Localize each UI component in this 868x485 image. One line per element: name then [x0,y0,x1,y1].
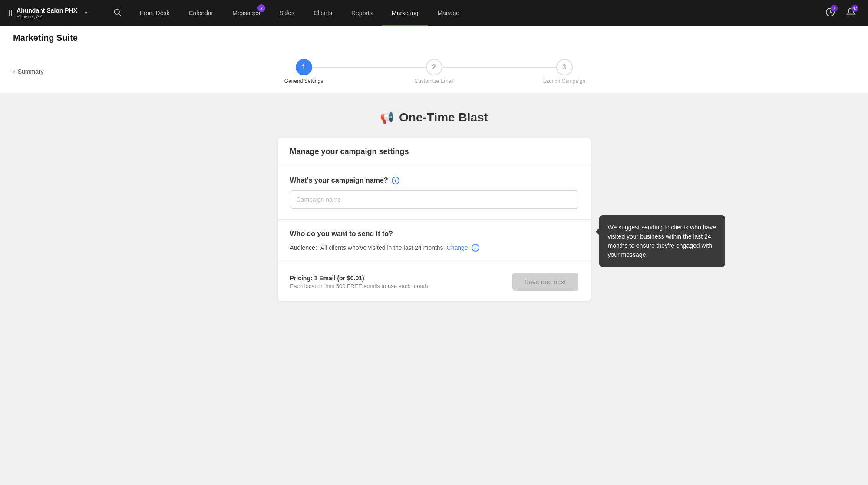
search-icon[interactable] [104,8,130,19]
step-1-circle: 1 [296,59,312,75]
back-chevron-icon: ‹ [13,68,15,75]
nav-right-icons: 7 47 [822,4,859,23]
nav-item-marketing[interactable]: Marketing [382,0,428,26]
step-3: 3 Launch Campaign [499,59,630,84]
pricing-section: Pricing: 1 Email (or $0.01) Each locatio… [278,262,591,301]
audience-info-icon[interactable]: i [472,244,479,252]
page-header: Marketing Suite [0,26,868,50]
campaign-name-input[interactable] [290,190,578,209]
nav-item-frontdesk[interactable]: Front Desk [130,0,179,26]
back-label: Summary [18,68,44,75]
clock-button[interactable]: 7 [822,4,838,23]
campaign-card: Manage your campaign settings What's you… [278,138,591,301]
nav-item-clients[interactable]: Clients [304,0,342,26]
step-3-circle: 3 [556,59,573,75]
svg-line-1 [119,13,121,16]
campaign-title-text: One-Time Blast [399,111,488,125]
nav-item-messages[interactable]: Messages 2 [223,0,270,26]
audience-row: Audience: All clients who've visited in … [290,244,578,252]
page-title: Marketing Suite [13,33,855,43]
nav-items: Front Desk Calendar Messages 2 Sales Cli… [130,0,822,26]
audience-label: Audience: [290,244,317,251]
bell-badge: 47 [851,5,858,12]
stepper-bar: ‹ Summary 1 General Settings 2 Customize… [0,50,868,93]
back-to-summary[interactable]: ‹ Summary [13,68,44,75]
svg-point-0 [114,9,119,14]
chevron-down-icon: ▼ [83,10,89,16]
audience-value: All clients who've visited in the last 2… [320,244,443,251]
main-content: 📢 One-Time Blast Manage your campaign se… [0,93,868,318]
brand-text: Abundant Salon PHX Phoenix, AZ [17,7,77,19]
step-2: 2 Customize Email [369,59,499,84]
step-2-circle: 2 [426,59,442,75]
change-audience-link[interactable]: Change [447,244,468,251]
nav-item-sales[interactable]: Sales [270,0,304,26]
messages-badge: 2 [257,4,265,12]
campaign-title: 📢 One-Time Blast [380,111,488,125]
step-1: 1 General Settings [239,59,369,84]
brand-location: Phoenix, AZ [17,14,77,19]
top-navigation:  Abundant Salon PHX Phoenix, AZ ▼ Front… [0,0,868,26]
step-1-label: General Settings [284,78,323,84]
campaign-name-question: What's your campaign name? i [290,177,578,184]
nav-item-calendar[interactable]: Calendar [179,0,223,26]
bell-button[interactable]: 47 [843,4,859,23]
apple-icon:  [9,7,12,19]
clock-badge: 7 [831,5,838,12]
pricing-sub: Each location has 500 FREE emails to use… [290,283,428,289]
step-3-label: Launch Campaign [543,78,585,84]
pricing-main: Pricing: 1 Email (or $0.01) [290,275,428,282]
brand-logo[interactable]:  Abundant Salon PHX Phoenix, AZ ▼ [9,7,104,19]
nav-item-reports[interactable]: Reports [342,0,382,26]
stepper-steps: 1 General Settings 2 Customize Email 3 L… [239,59,630,84]
campaign-name-section: What's your campaign name? i [278,166,591,220]
megaphone-icon: 📢 [380,111,394,125]
card-header: Manage your campaign settings [278,138,591,166]
audience-tooltip: We suggest sending to clients who have v… [599,215,725,267]
nav-item-manage[interactable]: Manage [428,0,469,26]
pricing-text: Pricing: 1 Email (or $0.01) Each locatio… [290,275,428,289]
campaign-name-info-icon[interactable]: i [392,177,399,184]
brand-name: Abundant Salon PHX [17,7,77,14]
audience-question: Who do you want to send it to? [290,230,578,238]
save-next-button[interactable]: Save and next [512,273,578,291]
step-2-label: Customize Email [414,78,453,84]
audience-section: Who do you want to send it to? Audience:… [278,220,591,262]
